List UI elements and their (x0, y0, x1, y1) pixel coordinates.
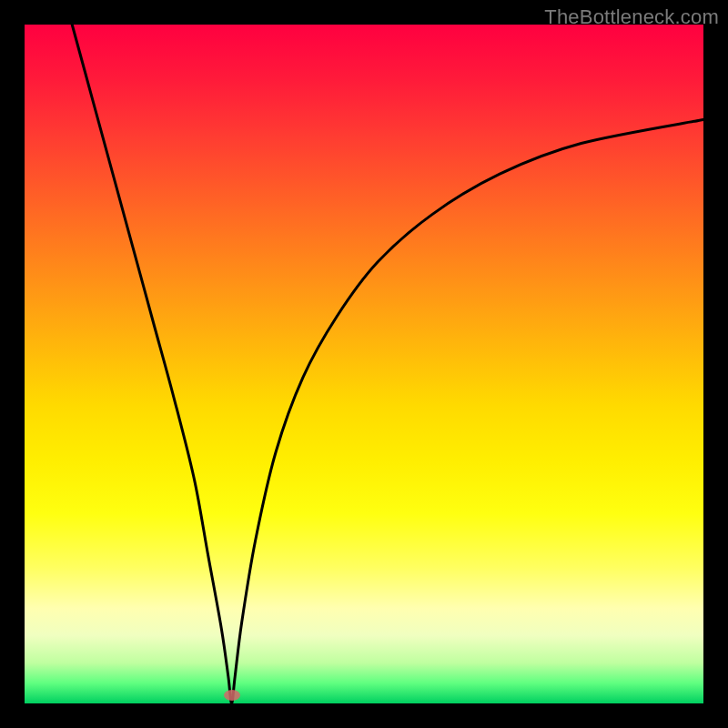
plot-area (25, 25, 703, 703)
bottleneck-curve (72, 25, 703, 703)
curve-svg (25, 25, 703, 703)
chart-canvas: TheBottleneck.com (0, 0, 728, 728)
minimum-marker (224, 690, 240, 701)
